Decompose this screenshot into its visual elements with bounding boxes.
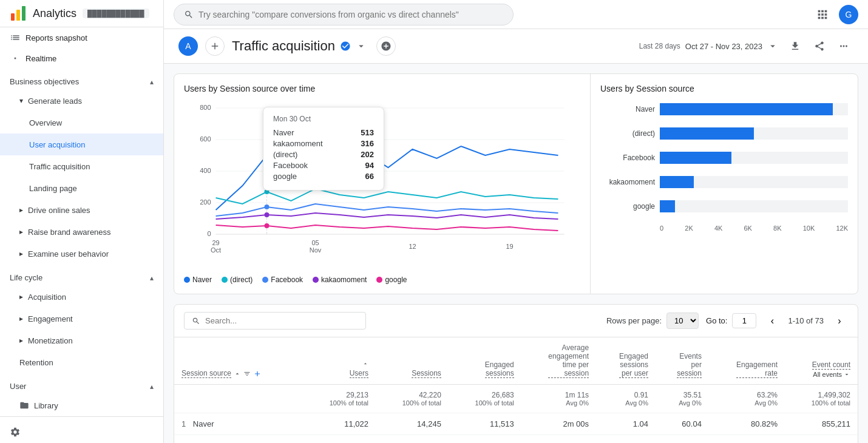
table-search-input[interactable]	[205, 316, 358, 325]
sidebar-item-reports-snapshot[interactable]: Reports snapshot	[0, 27, 163, 48]
add-col-icon[interactable]	[253, 370, 262, 378]
settings-item[interactable]	[0, 422, 163, 442]
svg-text:600: 600	[200, 135, 211, 143]
svg-text:19: 19	[506, 243, 513, 250]
share-icon[interactable]	[810, 36, 829, 56]
add-page-btn[interactable]	[205, 36, 225, 56]
bar-row-facebook: Facebook	[600, 152, 848, 164]
row2-sessions: 8,220	[376, 435, 449, 444]
col-engaged-sessions-per-user[interactable]: Engagedsessionsper user	[596, 337, 656, 385]
app-title: Analytics	[33, 7, 76, 20]
charts-section: Users by Session source over time 800 60…	[174, 73, 858, 294]
bar-label-facebook: Facebook	[600, 154, 655, 162]
search-input[interactable]	[198, 10, 503, 19]
events-dropdown-icon[interactable]	[843, 371, 850, 378]
sidebar-item-examine-user-behavior[interactable]: ▸ Examine user behavior	[0, 243, 163, 265]
goto-input[interactable]	[732, 313, 756, 328]
line-chart-area: 800 600 400 200 0	[184, 101, 580, 271]
sidebar-item-engagement[interactable]: ▸ Engagement	[0, 308, 163, 330]
sidebar-item-landing-page[interactable]: Landing page	[0, 177, 163, 199]
sidebar-item-library[interactable]: Library	[0, 394, 163, 416]
sidebar-item-raise-brand-awareness[interactable]: ▸ Raise brand awareness	[0, 221, 163, 243]
row1-users: 11,022	[303, 413, 376, 435]
sidebar-item-overview[interactable]: Overview	[0, 112, 163, 134]
filter-icon[interactable]	[243, 370, 251, 377]
bar-label-naver: Naver	[600, 105, 655, 113]
col-sessions[interactable]: Sessions	[376, 337, 449, 385]
prev-page-btn[interactable]: ‹	[764, 313, 781, 330]
sort-asc-icon	[362, 362, 368, 368]
col-engagement-rate[interactable]: Engagementrate	[709, 337, 785, 385]
sidebar-item-drive-online-sales[interactable]: ▸ Drive online sales	[0, 199, 163, 221]
row2-avg-time: 40s	[521, 435, 596, 444]
legend-dot-facebook	[262, 277, 268, 283]
bar-chart-title: Users by Session source	[600, 84, 848, 93]
apps-icon[interactable]	[816, 8, 829, 21]
sidebar-item-acquisition[interactable]: ▸ Acquisition	[0, 286, 163, 308]
date-dropdown-icon	[767, 41, 778, 52]
sidebar-item-realtime[interactable]: Realtime	[0, 48, 163, 69]
bar-row-naver: Naver	[600, 103, 848, 115]
next-page-btn[interactable]: ›	[831, 313, 848, 330]
svg-text:12: 12	[409, 243, 416, 250]
bar-track-facebook	[660, 152, 848, 164]
bar-row-kakao: kakaomoment	[600, 176, 848, 188]
row1-source: 1 Naver	[174, 413, 303, 435]
row1-engagement-rate: 80.82%	[709, 413, 785, 435]
col-events-per-session[interactable]: Eventspersession	[656, 337, 709, 385]
add-icon	[209, 41, 220, 52]
business-objectives-label: Business objectives	[10, 77, 79, 86]
engagement-label: Engagement	[28, 314, 73, 323]
svg-text:200: 200	[200, 198, 211, 206]
sidebar-item-monetization[interactable]: ▸ Monetization	[0, 330, 163, 351]
bar-chart-icon	[10, 32, 21, 43]
total-engaged: 26,683 100% of total	[449, 385, 521, 413]
more-icon[interactable]	[834, 36, 853, 56]
export-icon[interactable]	[785, 36, 805, 56]
bar-row-direct: (direct)	[600, 127, 848, 140]
col-users[interactable]: Users	[303, 337, 376, 385]
add-tab-btn[interactable]	[376, 36, 396, 56]
table-wrapper: Session source Users	[174, 337, 858, 443]
sidebar-item-user-acquisition[interactable]: User acquisition	[0, 134, 163, 155]
chart-tooltip: Mon 30 Oct Naver 513 kakaomoment 316 (di…	[263, 107, 384, 191]
tooltip-date: Mon 30 Oct	[273, 115, 374, 123]
bar-fill-direct	[660, 127, 754, 140]
account-avatar[interactable]: G	[839, 5, 858, 24]
table-row: 2 (direct) 6,022 8,220 4,002 40s 0.81 28…	[174, 435, 858, 444]
legend-facebook: Facebook	[262, 276, 303, 284]
svg-text:05: 05	[311, 239, 319, 246]
bar-chart-bars: Naver (direct) Facebook	[600, 103, 848, 212]
date-range-selector[interactable]: Last 28 days Oct 27 - Nov 23, 2023	[639, 41, 778, 52]
svg-point-17	[265, 205, 270, 209]
sidebar-item-traffic-acquisition[interactable]: Traffic acquisition	[0, 155, 163, 177]
traffic-acquisition-label: Traffic acquisition	[29, 162, 90, 171]
expand-icon: ▸	[19, 336, 23, 345]
business-objectives-header[interactable]: Business objectives ▴	[0, 73, 163, 90]
lifecycle-header[interactable]: Life cycle ▴	[0, 269, 163, 286]
library-label: Library	[34, 401, 58, 410]
property-selector[interactable]: ████████████	[83, 8, 149, 18]
chevron-down-icon[interactable]	[356, 41, 367, 52]
search-bar[interactable]	[174, 4, 514, 25]
sidebar-item-retention[interactable]: Retention	[0, 351, 163, 373]
total-sessions: 42,220 100% of total	[376, 385, 449, 413]
row1-avg-time: 2m 00s	[521, 413, 596, 435]
col-avg-engagement-time[interactable]: Averageengagementtime persession	[521, 337, 596, 385]
col-engaged-sessions[interactable]: Engagedsessions	[449, 337, 521, 385]
col-event-count[interactable]: Event count All events	[785, 337, 858, 385]
bar-label-google: google	[600, 202, 655, 211]
drive-online-sales-label: Drive online sales	[28, 206, 90, 215]
total-eng-per-user: 0.91 Avg 0%	[596, 385, 656, 413]
rows-per-page-select[interactable]: 10 25 50	[666, 313, 699, 329]
bar-row-google: google	[600, 200, 848, 212]
folder-icon	[19, 401, 29, 410]
user-section-header[interactable]: User ▴	[0, 378, 163, 394]
col-session-source[interactable]: Session source	[174, 337, 303, 385]
expand-arrow-icon: ▸	[19, 228, 23, 236]
sidebar-item-generate-leads[interactable]: ▾ Generate leads	[0, 90, 163, 112]
acquisition-label: Acquisition	[28, 293, 66, 302]
sidebar: Analytics ████████████ Reports snapshot …	[0, 0, 164, 443]
table-search[interactable]	[184, 312, 366, 330]
table-row: 1 Naver 11,022 14,245 11,513 2m 00s 1.04…	[174, 413, 858, 435]
